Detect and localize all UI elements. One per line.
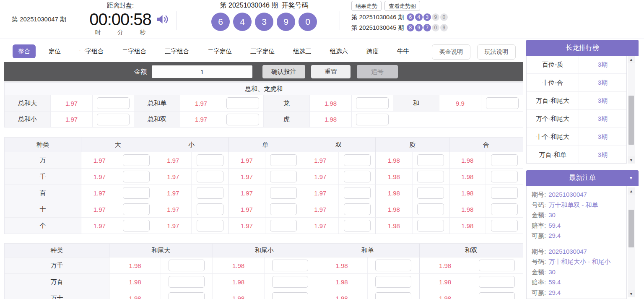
bet-amount-input[interactable] [356, 97, 389, 109]
bet-amount-input[interactable] [270, 220, 297, 231]
bet-amount-input[interactable] [344, 154, 371, 166]
bet-amount-input[interactable] [417, 203, 444, 215]
bet-amount-input[interactable] [270, 203, 297, 215]
dragon-row[interactable]: 十个-和尾大3期 [527, 128, 626, 146]
bet-amount-input[interactable] [197, 187, 223, 199]
tab-5[interactable]: 二字定位 [202, 44, 237, 58]
bet-amount-input[interactable] [375, 292, 411, 299]
dragon-row[interactable]: 百位-质3期 [527, 56, 626, 74]
bet-amount-input[interactable] [97, 114, 130, 125]
order-field-label: 期号: [532, 248, 546, 255]
bet-amount-input[interactable] [479, 292, 515, 299]
bet-option-label: 总和小 [5, 111, 51, 127]
bet-amount-input[interactable] [417, 187, 444, 199]
tab-3[interactable]: 二字组合 [117, 44, 152, 58]
bet-amount-input[interactable] [270, 187, 297, 199]
bet-amount-input[interactable] [417, 220, 444, 231]
bet-amount-input[interactable] [491, 171, 518, 182]
amount-input[interactable] [152, 65, 252, 78]
bet-amount-input[interactable] [417, 154, 444, 166]
bet-amount-input[interactable] [491, 154, 518, 166]
bet-amount-input[interactable] [123, 203, 150, 215]
tab-2[interactable]: 一字组合 [74, 44, 109, 58]
dragon-row[interactable]: 万个-和尾大3期 [527, 110, 626, 128]
bet-amount-input[interactable] [486, 97, 519, 109]
bet-amount-input[interactable] [375, 276, 411, 288]
dragon-scrollbar[interactable]: ▲ ▼ [628, 56, 635, 164]
bet-amount-input[interactable] [270, 154, 297, 166]
tab-7[interactable]: 组选三 [288, 44, 317, 58]
dragon-period-count: 3期 [579, 110, 626, 127]
bet-amount-input[interactable] [272, 292, 308, 299]
bet-amount-input[interactable] [197, 171, 223, 182]
reset-button[interactable]: 重置 [311, 65, 351, 78]
tab-9[interactable]: 跨度 [361, 44, 384, 58]
scroll-up-icon[interactable]: ▲ [628, 187, 635, 195]
bet-amount-input[interactable] [123, 187, 150, 199]
bet-input-cell [93, 111, 134, 127]
bet-amount-input[interactable] [169, 292, 205, 299]
odds-value: 1.98 [376, 169, 413, 185]
bet-input-cell [161, 290, 213, 299]
tab-4[interactable]: 三字组合 [159, 44, 195, 58]
tab-0[interactable]: 整合 [13, 44, 36, 58]
bet-amount-input[interactable] [123, 154, 150, 166]
bet-amount-input[interactable] [491, 187, 518, 199]
bet-amount-input[interactable] [169, 276, 205, 288]
bet-input-cell [481, 95, 523, 111]
bet-amount-input[interactable] [491, 203, 518, 215]
bet-amount-input[interactable] [270, 171, 297, 182]
scrollbar-thumb[interactable] [628, 96, 634, 145]
bet-amount-input[interactable] [344, 203, 371, 215]
dragon-row[interactable]: 万百-和单3期 [527, 146, 626, 164]
bet-amount-input[interactable] [417, 171, 444, 182]
table-row: 万1.971.971.971.971.981.98 [5, 152, 523, 168]
help-button[interactable]: 奖金说明 [432, 44, 470, 60]
help-button[interactable]: 玩法说明 [477, 44, 516, 60]
bet-amount-input[interactable] [226, 114, 259, 125]
row-label: 十 [5, 201, 81, 217]
bet-input-cell [486, 201, 523, 217]
bet-amount-input[interactable] [344, 187, 371, 199]
trend-button[interactable]: 结果走势 [351, 1, 382, 11]
bet-amount-input[interactable] [356, 114, 389, 125]
bet-amount-input[interactable] [123, 171, 150, 182]
scroll-up-icon[interactable]: ▲ [628, 56, 635, 63]
bet-amount-input[interactable] [123, 220, 150, 231]
order-field-value: 20251030047 [548, 248, 587, 255]
scroll-down-icon[interactable]: ▼ [628, 290, 635, 297]
trend-button[interactable]: 查看走势图 [384, 1, 420, 11]
bet-amount-input[interactable] [197, 203, 223, 215]
bet-amount-input[interactable] [272, 276, 308, 288]
bet-amount-input[interactable] [97, 97, 130, 109]
bet-amount-input[interactable] [479, 276, 515, 288]
bet-amount-input[interactable] [344, 220, 371, 231]
table-row: 万十1.981.981.981.98 [5, 290, 523, 299]
bet-input-cell [413, 169, 449, 185]
bet-amount-input[interactable] [197, 220, 223, 231]
unit-second: 秒 [140, 29, 145, 36]
bet-amount-input[interactable] [226, 97, 259, 109]
bet-amount-input[interactable] [272, 260, 308, 271]
bet-amount-input[interactable] [479, 260, 515, 271]
tab-10[interactable]: 牛牛 [392, 44, 415, 58]
bet-amount-input[interactable] [491, 220, 518, 231]
speaker-icon[interactable] [155, 12, 169, 26]
chase-number-button[interactable]: 追号 [357, 65, 398, 78]
bet-amount-input[interactable] [169, 260, 205, 271]
bet-amount-input[interactable] [344, 171, 371, 182]
scrollbar-thumb[interactable] [628, 210, 634, 247]
bet-amount-input[interactable] [375, 260, 411, 271]
dragon-row[interactable]: 十位-合3期 [527, 74, 626, 92]
chevron-down-icon[interactable]: ▼ [629, 176, 633, 180]
scroll-down-icon[interactable]: ▼ [628, 156, 635, 164]
order-field-value: 30 [548, 268, 556, 276]
sum-rows: 总和大1.97总和单1.97龙1.98和9.9总和小1.97总和双1.97虎1.… [5, 95, 523, 127]
dragon-row[interactable]: 万百-和尾大3期 [527, 92, 626, 110]
tab-6[interactable]: 三字定位 [245, 44, 280, 58]
confirm-bet-button[interactable]: 确认投注 [262, 65, 305, 78]
bet-amount-input[interactable] [197, 154, 223, 166]
tab-8[interactable]: 组选六 [325, 44, 354, 58]
tab-1[interactable]: 定位 [43, 44, 66, 58]
orders-scrollbar[interactable]: ▲ ▼ [628, 187, 635, 297]
